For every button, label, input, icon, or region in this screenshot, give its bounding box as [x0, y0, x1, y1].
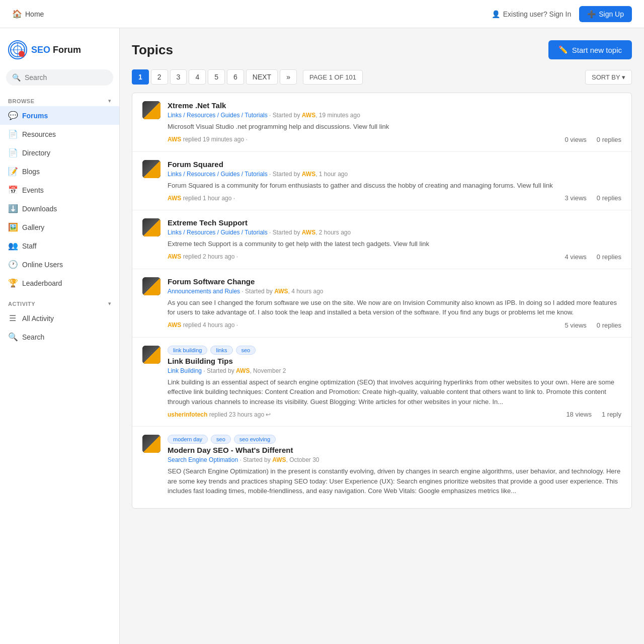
page-6-button[interactable]: 6 — [227, 69, 244, 85]
home-link[interactable]: 🏠 Home — [12, 9, 44, 19]
sidebar-item-online-users[interactable]: 🕐 Online Users — [0, 255, 119, 274]
activity-label: ACTIVITY — [8, 301, 35, 307]
topic-footer: usherinfotech replied 23 hours ago ↩ 18 … — [168, 411, 621, 418]
sidebar: SEO Forum 🔍 BROWSE ▾ 💬 Forums📄 Resources… — [0, 28, 120, 644]
activity-chevron-icon: ▾ — [108, 300, 111, 307]
topic-breadcrumb[interactable]: Announcements and Rules — [168, 288, 240, 295]
topic-breadcrumb[interactable]: Search Engine Optimation — [168, 456, 238, 463]
search-icon: 🔍 — [12, 73, 21, 82]
sidebar-item-all-activity[interactable]: ☰ All Activity — [0, 309, 119, 328]
browse-items: 💬 Forums📄 Resources📄 Directory📝 Blogs📅 E… — [0, 106, 119, 292]
topic-title[interactable]: Extreme Tech Support — [168, 218, 621, 227]
topic-tag[interactable]: seo — [211, 435, 231, 444]
search-input[interactable] — [25, 73, 107, 82]
edit-icon: ✏️ — [558, 45, 568, 54]
reply-user[interactable]: usherinfotech — [168, 411, 207, 418]
page-title: Topics — [132, 42, 173, 58]
activity-items: ☰ All Activity🔍 Search — [0, 309, 119, 346]
sort-button[interactable]: SORT BY ▾ — [585, 70, 632, 85]
reply-time: replied 23 hours ago ↩ — [209, 411, 271, 418]
sidebar-item-label-resources: Resources — [22, 130, 56, 138]
topic-title[interactable]: Forum Squared — [168, 160, 621, 169]
more-pages-button[interactable]: » — [280, 69, 297, 85]
sidebar-item-leaderboard[interactable]: 🏆 Leaderboard — [0, 274, 119, 292]
logo-highlight: SEO — [31, 45, 50, 55]
topic-replies: 0 replies — [597, 136, 621, 143]
page-info: PAGE 1 OF 101 — [303, 70, 363, 85]
topic-tag[interactable]: link building — [168, 346, 207, 355]
sidebar-item-blogs[interactable]: 📝 Blogs — [0, 162, 119, 181]
topic-meta: Links / Resources / Guides / Tutorials ·… — [168, 112, 621, 119]
reply-user[interactable]: AWS — [168, 136, 181, 143]
sidebar-item-events[interactable]: 📅 Events — [0, 181, 119, 199]
page-3-button[interactable]: 3 — [170, 69, 187, 85]
activity-section-header[interactable]: ACTIVITY ▾ — [0, 296, 119, 309]
topic-author[interactable]: AWS — [274, 288, 288, 295]
browse-section-header[interactable]: BROWSE ▾ — [0, 94, 119, 106]
topic-author[interactable]: AWS — [236, 367, 250, 374]
topic-author[interactable]: AWS — [272, 456, 286, 463]
sidebar-item-directory[interactable]: 📄 Directory — [0, 143, 119, 162]
sidebar-item-label-blogs: Blogs — [22, 168, 40, 176]
topic-stats: 18 views 1 reply — [566, 411, 621, 418]
sidebar-item-downloads[interactable]: ⬇️ Downloads — [0, 199, 119, 218]
table-row: modern dayseoseo evolving Modern Day SEO… — [132, 427, 631, 508]
topic-breadcrumb[interactable]: Links / Resources / Guides / Tutorials — [168, 112, 268, 119]
topic-body: Xtreme .Net Talk Links / Resources / Gui… — [168, 101, 621, 143]
next-button[interactable]: NEXT — [246, 69, 278, 85]
topic-meta: Link Building · Started by AWS, November… — [168, 367, 621, 374]
page-5-button[interactable]: 5 — [208, 69, 225, 85]
top-nav-right: 👤 Existing user? Sign In ➕ Sign Up — [492, 6, 632, 22]
sidebar-search-box[interactable]: 🔍 — [6, 69, 113, 86]
sidebar-item-label-gallery: Gallery — [22, 223, 44, 231]
topic-footer: AWS replied 19 minutes ago · 0 views 0 r… — [168, 136, 621, 143]
sidebar-item-label-search: Search — [22, 333, 44, 341]
topic-title[interactable]: Link Building Tips — [168, 357, 621, 365]
sign-up-label: Sign Up — [599, 10, 624, 18]
sign-up-button[interactable]: ➕ Sign Up — [579, 6, 632, 22]
topic-last-reply: AWS replied 19 minutes ago · — [168, 136, 248, 143]
topic-tag[interactable]: seo evolving — [234, 435, 276, 444]
topic-title[interactable]: Modern Day SEO - What's Different — [168, 446, 621, 454]
topic-views: 4 views — [565, 253, 587, 261]
topic-meta: Links / Resources / Guides / Tutorials ·… — [168, 171, 621, 178]
topic-breadcrumb[interactable]: Link Building — [168, 367, 202, 374]
reply-user[interactable]: AWS — [168, 195, 181, 202]
topic-stats: 4 views 0 replies — [565, 253, 622, 261]
topic-body: Forum Squared Links / Resources / Guides… — [168, 160, 621, 202]
sidebar-item-staff[interactable]: 👥 Staff — [0, 236, 119, 255]
topic-author[interactable]: AWS — [302, 112, 315, 119]
topic-tag[interactable]: seo — [236, 346, 256, 355]
sign-in-link[interactable]: 👤 Existing user? Sign In — [492, 10, 571, 18]
sidebar-item-resources[interactable]: 📄 Resources — [0, 125, 119, 143]
topic-views: 5 views — [565, 321, 587, 329]
page-1-button[interactable]: 1 — [132, 69, 149, 85]
topic-views: 18 views — [566, 411, 592, 418]
topic-stats: 5 views 0 replies — [565, 321, 622, 329]
new-topic-button[interactable]: ✏️ Start new topic — [548, 40, 632, 59]
topic-description: SEO (Search Engine Optimization) in the … — [168, 466, 621, 496]
page-2-button[interactable]: 2 — [151, 69, 168, 85]
topic-title[interactable]: Forum Software Change — [168, 277, 621, 286]
topic-stats: 3 views 0 replies — [565, 194, 622, 202]
topic-meta: Search Engine Optimation · Started by AW… — [168, 456, 621, 463]
resources-icon: 📄 — [8, 129, 17, 139]
topic-footer: AWS replied 2 hours ago · 4 views 0 repl… — [168, 253, 621, 261]
topic-body: Extreme Tech Support Links / Resources /… — [168, 218, 621, 261]
topic-replies: 0 replies — [597, 253, 621, 261]
online-users-icon: 🕐 — [8, 260, 17, 269]
topic-tag[interactable]: links — [210, 346, 232, 355]
topic-tag[interactable]: modern day — [168, 435, 208, 444]
topic-author[interactable]: AWS — [302, 171, 315, 178]
reply-user[interactable]: AWS — [168, 253, 181, 260]
sidebar-item-forums[interactable]: 💬 Forums — [0, 106, 119, 125]
topic-author[interactable]: AWS — [302, 229, 315, 236]
topic-breadcrumb[interactable]: Links / Resources / Guides / Tutorials — [168, 171, 268, 178]
reply-time: replied 4 hours ago · — [183, 321, 238, 329]
reply-user[interactable]: AWS — [168, 321, 181, 329]
page-4-button[interactable]: 4 — [189, 69, 206, 85]
sidebar-item-gallery[interactable]: 🖼️ Gallery — [0, 218, 119, 236]
topic-breadcrumb[interactable]: Links / Resources / Guides / Tutorials — [168, 229, 268, 236]
topic-title[interactable]: Xtreme .Net Talk — [168, 101, 621, 110]
sidebar-item-search[interactable]: 🔍 Search — [0, 328, 119, 346]
